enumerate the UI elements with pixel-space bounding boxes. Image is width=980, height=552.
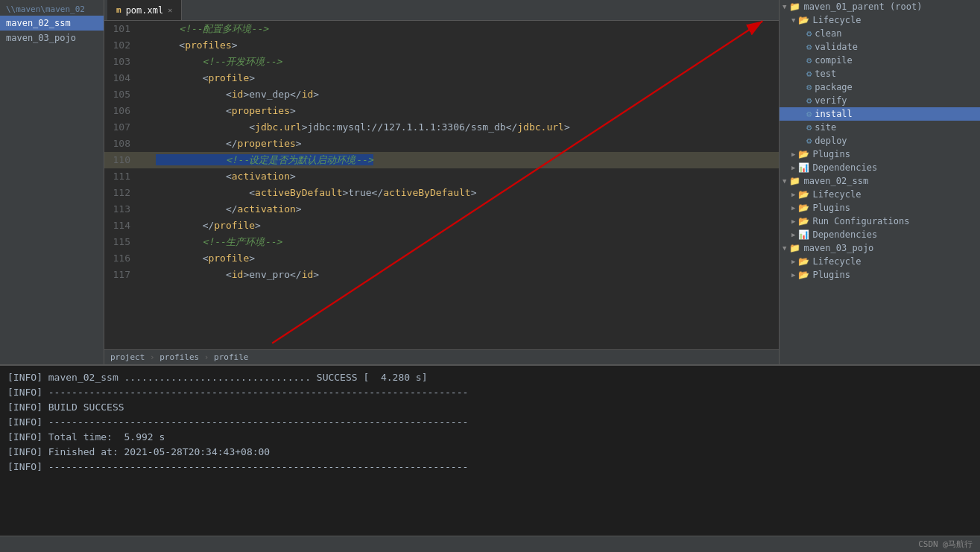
line-number-104: 104	[104, 70, 138, 86]
maven-lifecycle-install[interactable]: ⚙ install	[780, 107, 980, 121]
code-editor: 101 <!--配置多环境--> 102 <profiles> 103 <!--…	[104, 21, 779, 349]
line-gutter-116	[138, 267, 153, 283]
maven-ssm-run-configs[interactable]: ▶ 📂 Run Configurations	[780, 215, 980, 228]
ssm-plugins-icon: 📂	[798, 203, 809, 213]
expand-ssm-deps-arrow: ▶	[791, 231, 795, 238]
ssm-run-label: Run Configurations	[812, 216, 909, 226]
maven-lifecycle-clean[interactable]: ⚙ clean	[780, 27, 980, 40]
pojo-module-label: maven_03_pojo	[803, 243, 873, 253]
line-content-102: <profiles>	[153, 37, 779, 54]
line-number-101: 101	[104, 21, 138, 37]
code-line-102: 102 <profiles>	[104, 37, 779, 54]
lifecycle-deploy-label: deploy	[815, 136, 847, 146]
gear-icon-install: ⚙	[806, 109, 812, 119]
gear-icon-site: ⚙	[806, 122, 812, 133]
pojo-plugins-label: Plugins	[812, 270, 850, 280]
line-gutter-107	[138, 119, 153, 136]
ssm-lifecycle-label: Lifecycle	[812, 189, 861, 200]
maven-lifecycle-site[interactable]: ⚙ site	[780, 121, 980, 134]
maven-pojo-lifecycle[interactable]: ▶ 📂 Lifecycle	[780, 255, 980, 268]
line-content-109: <!--设定是否为默认启动环境-->	[153, 152, 779, 168]
line-number-114: 115	[104, 234, 138, 250]
code-line-111: 112 <activeByDefault>true</activeByDefau…	[104, 185, 779, 201]
line-gutter-109	[138, 152, 153, 168]
status-bar: CSDN @马航行	[0, 536, 980, 552]
maven-pojo-module[interactable]: ▼ 📁 maven_03_pojo	[780, 241, 980, 255]
line-number-110: 111	[104, 168, 138, 185]
editor-area: m pom.xml ✕ 101 <!--配置多环境--> 102 <pro	[104, 0, 779, 364]
line-gutter-115	[138, 250, 153, 267]
console-line-2: [INFO] ---------------------------------…	[7, 385, 973, 400]
maven-lifecycle-deploy[interactable]: ⚙ deploy	[780, 134, 980, 147]
expand-ssm-arrow: ▼	[783, 177, 786, 185]
maven-pojo-plugins[interactable]: ▶ 📂 Plugins	[780, 268, 980, 282]
line-content-114: <!--生产环境-->	[153, 234, 779, 250]
line-content-115: <profile>	[153, 250, 779, 267]
code-line-114: 115 <!--生产环境-->	[104, 234, 779, 250]
expand-plugins-arrow: ▶	[791, 150, 795, 158]
gear-icon-validate: ⚙	[806, 42, 812, 52]
file-tree-item-ssm[interactable]: maven_02_ssm	[0, 16, 104, 31]
maven-ssm-lifecycle[interactable]: ▶ 📂 Lifecycle	[780, 188, 980, 201]
file-tree: \\maven\maven_02 maven_02_ssm maven_03_p…	[0, 0, 104, 364]
line-number-107: 107	[104, 119, 138, 136]
line-number-111: 112	[104, 185, 138, 201]
lifecycle-label: Lifecycle	[812, 15, 861, 25]
deps-icon: 📊	[798, 162, 809, 173]
top-area: \\maven\maven_02 maven_02_ssm maven_03_p…	[0, 0, 980, 364]
maven-root-parent[interactable]: ▼ 📁 maven_01_parent (root)	[780, 0, 980, 13]
code-line-110: 111 <activation>	[104, 168, 779, 185]
deps-label: Dependencies	[812, 162, 877, 173]
tab-pom-xml[interactable]: m pom.xml ✕	[107, 0, 182, 20]
maven-lifecycle-compile[interactable]: ⚙ compile	[780, 54, 980, 67]
maven-ssm-module[interactable]: ▼ 📁 maven_02_ssm	[780, 174, 980, 188]
console-line-3: [INFO] BUILD SUCCESS	[7, 400, 973, 415]
maven-lifecycle-package[interactable]: ⚙ package	[780, 80, 980, 94]
breadcrumb: projectprofilesprofile	[104, 349, 779, 364]
code-line-106: 106 <properties>	[104, 103, 779, 119]
expand-ssm-run-arrow: ▶	[791, 218, 795, 225]
line-number-115: 116	[104, 250, 138, 267]
lifecycle-test-label: test	[815, 69, 836, 79]
console-line-4: [INFO] ---------------------------------…	[7, 415, 973, 430]
gear-icon-verify: ⚙	[806, 95, 812, 106]
line-content-103: <!--开发环境-->	[153, 54, 779, 70]
line-content-108: </properties>	[153, 136, 779, 152]
tab-close-button[interactable]: ✕	[168, 6, 172, 14]
maven-plugins-section[interactable]: ▶ 📂 Plugins	[780, 147, 980, 161]
maven-ssm-dependencies[interactable]: ▶ 📊 Dependencies	[780, 228, 980, 241]
maven-lifecycle-verify[interactable]: ⚙ verify	[780, 94, 980, 107]
ssm-lifecycle-icon: 📂	[798, 189, 809, 200]
pojo-plugins-icon: 📂	[798, 270, 809, 280]
lifecycle-compile-label: compile	[815, 55, 853, 66]
maven-lifecycle-section[interactable]: ▼ 📂 Lifecycle	[780, 13, 980, 27]
line-number-103: 103	[104, 54, 138, 70]
gear-icon-package: ⚙	[806, 82, 812, 92]
pojo-lifecycle-label: Lifecycle	[812, 256, 861, 267]
watermark-text: CSDN @马航行	[918, 539, 973, 550]
maven-ssm-plugins[interactable]: ▶ 📂 Plugins	[780, 201, 980, 215]
breadcrumb-item-profile[interactable]: profile	[199, 352, 248, 362]
line-number-105: 105	[104, 86, 138, 103]
maven-dependencies-section[interactable]: ▶ 📊 Dependencies	[780, 161, 980, 174]
line-content-105: <id>env_dep</id>	[153, 86, 779, 103]
code-line-108: 108 </properties>	[104, 136, 779, 152]
breadcrumb-item-project[interactable]: project	[110, 352, 145, 362]
gear-icon-test: ⚙	[806, 69, 812, 79]
lifecycle-package-label: package	[815, 82, 853, 92]
maven-lifecycle-validate[interactable]: ⚙ validate	[780, 40, 980, 54]
code-line-113: 114 </profile>	[104, 218, 779, 234]
line-gutter-114	[138, 234, 153, 250]
maven-lifecycle-test[interactable]: ⚙ test	[780, 67, 980, 80]
line-gutter-111	[138, 185, 153, 201]
breadcrumb-item-profiles[interactable]: profiles	[145, 352, 199, 362]
expand-arrow-root: ▼	[783, 3, 786, 10]
maven-folder-icon: 📁	[789, 1, 800, 12]
line-content-106: <properties>	[153, 103, 779, 119]
gear-icon-compile: ⚙	[806, 55, 812, 66]
file-tree-item-pojo[interactable]: maven_03_pojo	[0, 31, 104, 45]
maven-root-label: maven_01_parent (root)	[803, 1, 922, 12]
line-number-102: 102	[104, 37, 138, 54]
lifecycle-folder-icon: 📂	[798, 15, 809, 25]
code-lines: 101 <!--配置多环境--> 102 <profiles> 103 <!--…	[104, 21, 779, 349]
